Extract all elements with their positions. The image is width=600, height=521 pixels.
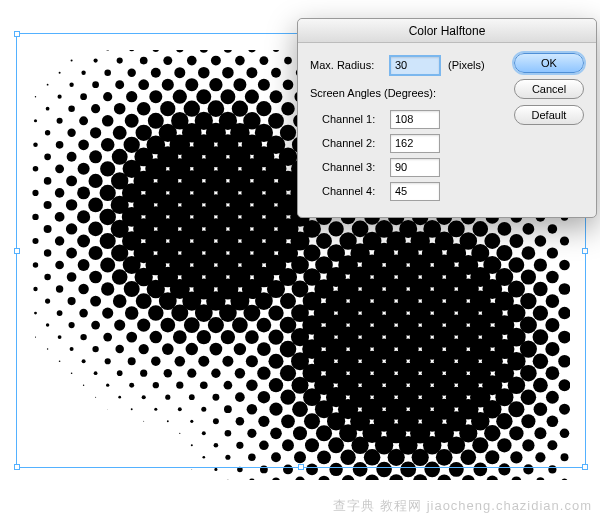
color-halftone-dialog: Color Halftone Max. Radius: (Pixels) Scr… bbox=[297, 18, 597, 218]
svg-point-658 bbox=[318, 476, 329, 480]
resize-handle-br[interactable] bbox=[582, 464, 588, 470]
channel-4-label: Channel 4: bbox=[310, 185, 390, 197]
cancel-button[interactable]: Cancel bbox=[514, 79, 584, 99]
svg-point-528 bbox=[214, 468, 217, 471]
channel-2-label: Channel 2: bbox=[310, 137, 390, 149]
svg-point-726 bbox=[413, 474, 427, 480]
svg-point-678 bbox=[342, 475, 355, 480]
dialog-body: Max. Radius: (Pixels) Screen Angles (Deg… bbox=[298, 43, 596, 217]
max-radius-label: Max. Radius: bbox=[310, 59, 390, 71]
svg-point-712 bbox=[389, 474, 403, 480]
channel-3-input[interactable] bbox=[390, 158, 440, 177]
resize-handle-bm[interactable] bbox=[298, 464, 304, 470]
svg-point-756 bbox=[486, 476, 498, 480]
svg-point-762 bbox=[511, 476, 521, 480]
channel-1-label: Channel 1: bbox=[310, 113, 390, 125]
resize-handle-tl[interactable] bbox=[14, 31, 20, 37]
channel-4-input[interactable] bbox=[390, 182, 440, 201]
default-button[interactable]: Default bbox=[514, 105, 584, 125]
channel-2-input[interactable] bbox=[390, 134, 440, 153]
svg-point-766 bbox=[536, 477, 544, 480]
svg-point-586 bbox=[249, 479, 255, 480]
resize-handle-mr[interactable] bbox=[582, 248, 588, 254]
max-radius-unit: (Pixels) bbox=[448, 59, 485, 71]
svg-point-636 bbox=[295, 477, 305, 480]
channel-1-input[interactable] bbox=[390, 110, 440, 129]
svg-point-499 bbox=[191, 469, 192, 470]
resize-handle-bl[interactable] bbox=[14, 464, 20, 470]
ok-button[interactable]: OK bbox=[514, 53, 584, 73]
svg-point-748 bbox=[462, 475, 475, 480]
dialog-title[interactable]: Color Halftone bbox=[298, 19, 596, 43]
svg-point-696 bbox=[365, 475, 379, 480]
svg-point-768 bbox=[561, 478, 567, 480]
screen-angles-heading: Screen Angles (Degrees): bbox=[310, 87, 436, 99]
svg-point-612 bbox=[272, 477, 280, 480]
max-radius-input[interactable] bbox=[390, 56, 440, 75]
channel-3-label: Channel 3: bbox=[310, 161, 390, 173]
svg-point-738 bbox=[437, 474, 451, 480]
resize-handle-ml[interactable] bbox=[14, 248, 20, 254]
